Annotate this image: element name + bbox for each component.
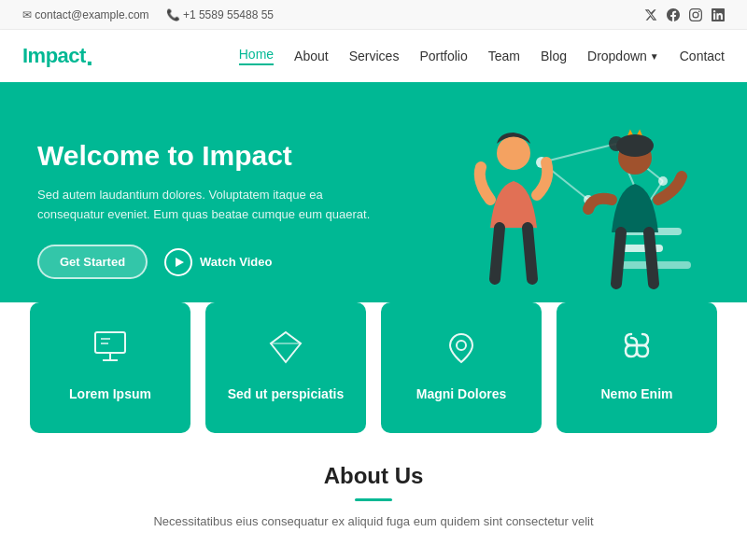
nav-item-portfolio[interactable]: Portfolio xyxy=(419,49,467,63)
about-title: About Us xyxy=(22,463,725,489)
hero-actions: Get Started Watch Video xyxy=(37,245,392,279)
nav-item-dropdown[interactable]: Dropdown ▼ xyxy=(587,49,659,63)
facebook-icon[interactable] xyxy=(667,8,680,21)
svg-marker-22 xyxy=(271,332,301,343)
diamond-icon xyxy=(267,329,304,373)
whiteboard-icon xyxy=(92,329,129,373)
nav-item-contact[interactable]: Contact xyxy=(680,49,725,63)
hero-description: Sed autem laudantium dolores. Voluptatem… xyxy=(37,186,392,225)
card-label-3: Magni Dolores xyxy=(416,386,506,401)
card-lorem-ipsum[interactable]: Lorem Ipsum xyxy=(30,302,190,433)
play-icon xyxy=(164,248,192,276)
nav-item-blog[interactable]: Blog xyxy=(541,49,567,63)
email-contact: ✉ contact@example.com xyxy=(22,8,149,21)
svg-marker-21 xyxy=(271,332,301,362)
hero-svg xyxy=(430,106,710,312)
svg-rect-16 xyxy=(95,332,125,353)
nav-item-home[interactable]: Home xyxy=(239,47,274,65)
logo-dot: . xyxy=(86,42,92,71)
x-icon[interactable] xyxy=(644,8,657,21)
nav-item-about[interactable]: About xyxy=(294,49,329,63)
card-label-4: Nemo Enim xyxy=(600,386,672,401)
watch-video-button[interactable]: Watch Video xyxy=(164,248,272,276)
hero-title: Welcome to Impact xyxy=(37,139,392,173)
linkedin-icon[interactable] xyxy=(712,8,725,21)
nav-links: Home About Services Portfolio Team Blog … xyxy=(239,47,725,65)
svg-point-13 xyxy=(497,136,530,170)
hero-illustration xyxy=(430,106,710,312)
location-icon xyxy=(443,329,480,373)
social-links xyxy=(644,8,725,21)
cards-section: Lorem Ipsum Sed ut perspiciatis Magni Do… xyxy=(0,302,747,433)
phone-text: +1 5589 55488 55 xyxy=(183,8,274,21)
card-label-1: Lorem Ipsum xyxy=(69,386,151,401)
phone-contact: 📞 +1 5589 55488 55 xyxy=(166,8,274,21)
email-text: contact@example.com xyxy=(35,8,148,21)
about-underline xyxy=(355,498,392,501)
logo-text: Impact xyxy=(22,44,86,67)
instagram-icon[interactable] xyxy=(689,8,702,21)
svg-point-15 xyxy=(616,134,654,157)
topbar: ✉ contact@example.com 📞 +1 5589 55488 55 xyxy=(0,0,747,30)
navbar: Impact. Home About Services Portfolio Te… xyxy=(0,30,747,82)
cards-row: Lorem Ipsum Sed ut perspiciatis Magni Do… xyxy=(30,302,717,433)
topbar-contact: ✉ contact@example.com 📞 +1 5589 55488 55 xyxy=(22,8,274,21)
logo[interactable]: Impact. xyxy=(22,44,92,68)
card-sed-ut[interactable]: Sed ut perspiciatis xyxy=(205,302,366,433)
watch-video-label: Watch Video xyxy=(200,255,272,269)
about-description: Necessitatibus eius consequatur ex aliqu… xyxy=(112,512,635,532)
svg-line-0 xyxy=(542,144,616,162)
about-section: About Us Necessitatibus eius consequatur… xyxy=(0,433,747,541)
hero-section: Welcome to Impact Sed autem laudantium d… xyxy=(0,82,747,336)
card-label-2: Sed ut perspiciatis xyxy=(228,386,344,401)
command-icon xyxy=(618,329,655,373)
email-icon: ✉ xyxy=(22,8,32,21)
svg-point-7 xyxy=(658,176,668,186)
phone-icon: 📞 xyxy=(166,8,180,21)
get-started-button[interactable]: Get Started xyxy=(37,245,148,279)
hero-text: Welcome to Impact Sed autem laudantium d… xyxy=(37,139,392,280)
nav-item-services[interactable]: Services xyxy=(349,49,400,63)
card-nemo-enim[interactable]: Nemo Enim xyxy=(557,302,717,433)
svg-point-23 xyxy=(457,341,466,350)
nav-item-team[interactable]: Team xyxy=(488,49,520,63)
chevron-down-icon: ▼ xyxy=(650,51,659,62)
card-magni-dolores[interactable]: Magni Dolores xyxy=(381,302,542,433)
